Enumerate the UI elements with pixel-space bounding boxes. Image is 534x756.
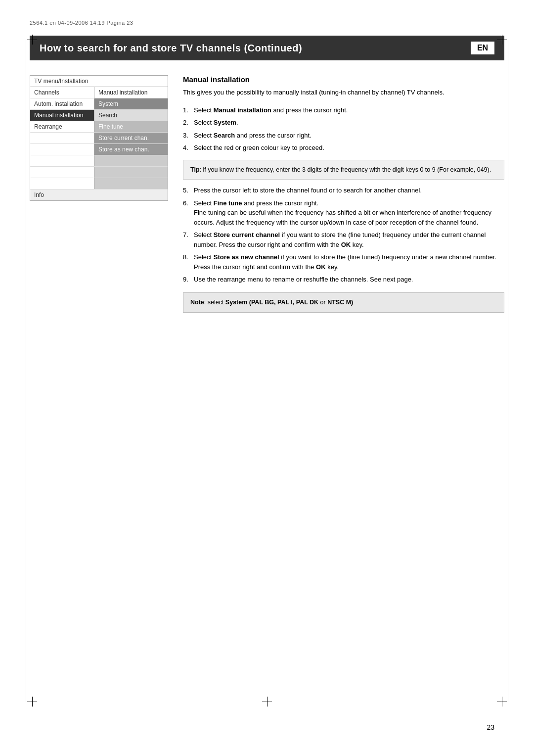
step-6-text: Select Fine tune and press the cursor ri… (194, 198, 504, 228)
step-4: Select the red or green colour key to pr… (183, 143, 504, 153)
menu-row-manual: Manual installation Search (30, 110, 168, 121)
title-banner: How to search for and store TV channels … (30, 36, 504, 60)
tv-menu-title: TV menu/Installation (30, 76, 168, 87)
empty-left2 (30, 167, 94, 178)
menu-row-empty3 (30, 178, 168, 189)
step-6: Select Fine tune and press the cursor ri… (183, 198, 504, 228)
empty-right2 (94, 167, 168, 178)
menu-row-rearrange: Rearrange Fine tune (30, 121, 168, 133)
empty-left1 (30, 155, 94, 166)
breadcrumb-row: Channels Manual installation (30, 87, 168, 98)
menu-item-empty1 (30, 133, 94, 143)
menu-item-store-new: Store as new chan. (94, 144, 168, 155)
intro-text: This gives you the possibility to manual… (183, 88, 504, 97)
page-number: 23 (487, 723, 494, 731)
menu-item-search: Search (94, 110, 168, 121)
crosshair-bottomright (497, 697, 507, 707)
menu-item-rearrange: Rearrange (30, 121, 94, 132)
steps-list: Select Manual installation and press the… (183, 105, 504, 153)
step-5-text: Press the cursor left to store the chann… (194, 186, 504, 195)
step-1: Select Manual installation and press the… (183, 105, 504, 115)
menu-item-manual-installation: Manual installation (30, 110, 94, 121)
menu-row-store-current: Store current chan. (30, 133, 168, 144)
note-box: Note: select System (PAL BG, PAL I, PAL … (183, 292, 504, 313)
meta-line: 2564.1 en 04-09-2006 14:19 Pagina 23 (30, 20, 504, 26)
step-4-text: Select the red or green colour key to pr… (194, 143, 504, 153)
page-container: 2564.1 en 04-09-2006 14:19 Pagina 23 How… (0, 0, 534, 756)
menu-item-empty2 (30, 144, 94, 155)
step-7-text: Select Store current channel if you want… (194, 230, 504, 249)
main-content: TV menu/Installation Channels Manual ins… (30, 75, 504, 313)
step-7: Select Store current channel if you want… (183, 230, 504, 249)
step-2-text: Select System. (194, 118, 504, 128)
side-line-left (26, 40, 26, 702)
menu-item-autom-installation: Autom. installation (30, 98, 94, 109)
menu-row-info: Info (30, 189, 168, 200)
section-title: Manual installation (183, 75, 504, 84)
menu-row-empty2 (30, 167, 168, 178)
step-3: Select Search and press the cursor right… (183, 131, 504, 141)
empty-right1 (94, 155, 168, 166)
menu-item-store-current: Store current chan. (94, 133, 168, 143)
menu-row-empty1 (30, 155, 168, 167)
menu-row-store-new: Store as new chan. (30, 144, 168, 155)
tv-menu-panel: TV menu/Installation Channels Manual ins… (30, 75, 168, 313)
tv-menu-box: TV menu/Installation Channels Manual ins… (30, 75, 168, 201)
tip-box: Tip: if you know the frequency, enter th… (183, 160, 504, 180)
crosshair-bottomleft (27, 697, 37, 707)
step-5: Press the cursor left to store the chann… (183, 186, 504, 195)
crosshair-bottommid (262, 697, 272, 707)
crosshair-topright (497, 35, 507, 45)
instructions-panel: Manual installation This gives you the p… (183, 75, 504, 313)
page-title: How to search for and store TV channels … (40, 43, 302, 54)
breadcrumb-channels: Channels (30, 87, 94, 98)
menu-item-fine-tune: Fine tune (94, 121, 168, 132)
step-1-text: Select Manual installation and press the… (194, 105, 504, 115)
tip-label: Tip: if you know the frequency, enter th… (190, 166, 491, 173)
step-3-text: Select Search and press the cursor right… (194, 131, 504, 141)
empty-right3 (94, 178, 168, 189)
step-9-text: Use the rearrange menu to rename or resh… (194, 275, 504, 284)
breadcrumb-manual-installation: Manual installation (94, 87, 168, 98)
menu-row-autom: Autom. installation System (30, 98, 168, 110)
menu-item-system: System (94, 98, 168, 109)
steps-list-continued: Press the cursor left to store the chann… (183, 186, 504, 284)
step-9: Use the rearrange menu to rename or resh… (183, 275, 504, 284)
step-8: Select Store as new channel if you want … (183, 252, 504, 272)
side-line-right (508, 40, 508, 702)
empty-left3 (30, 178, 94, 189)
language-badge: EN (471, 42, 494, 54)
menu-item-info: Info (30, 189, 168, 200)
step-8-text: Select Store as new channel if you want … (194, 252, 504, 272)
step-2: Select System. (183, 118, 504, 128)
note-text: Note: select System (PAL BG, PAL I, PAL … (190, 299, 353, 306)
crosshair-topleft (27, 35, 37, 45)
